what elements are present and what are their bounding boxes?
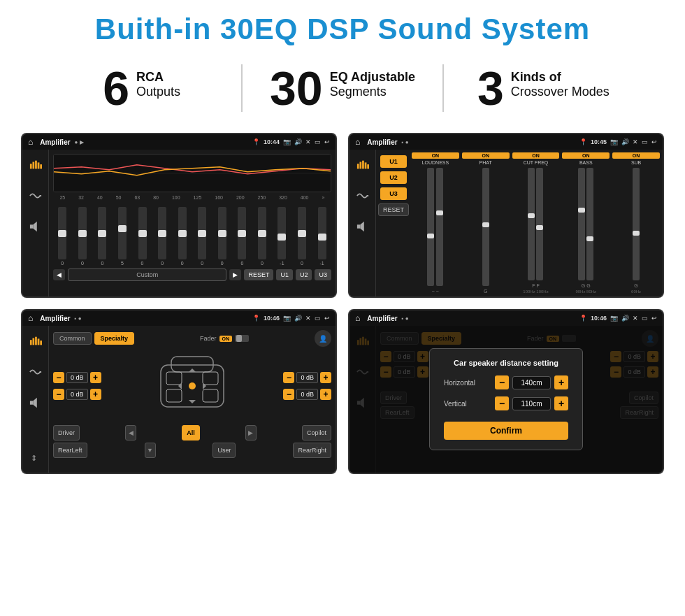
- front-left-db: − 0 dB +: [53, 372, 101, 383]
- eq-side-icons: [22, 150, 49, 296]
- eq-slider-1: 0: [58, 207, 66, 266]
- eq-graph: [53, 154, 331, 192]
- fader-volume-icon: 🔊: [294, 315, 302, 322]
- vertical-row: Vertical − 110cm +: [444, 396, 568, 410]
- svg-rect-26: [166, 372, 182, 385]
- dsp-u3-btn[interactable]: U3: [380, 187, 407, 200]
- eq-slider-4: 5: [118, 207, 127, 266]
- eq-slider-9: 0: [218, 207, 226, 266]
- fader-back-icon[interactable]: ↩: [324, 315, 330, 322]
- dsp-wifi-icon: ✕: [633, 138, 638, 145]
- dialog-back-icon[interactable]: ↩: [651, 315, 657, 322]
- fader-location-icon: 📍: [252, 315, 260, 322]
- screenshots-grid: ⌂ Amplifier ● ▶ 📍 10:44 📷 🔊 ✕ ▭ ↩: [0, 126, 685, 488]
- stat-crossover-label-bottom: Crossover Modes: [511, 85, 610, 99]
- fader-on-badge: ON: [219, 336, 233, 342]
- specialty-tab[interactable]: Specialty: [94, 332, 135, 345]
- dsp-back-icon[interactable]: ↩: [651, 138, 657, 145]
- dsp-reset-btn[interactable]: RESET: [378, 203, 409, 216]
- dsp-battery-icon: ▭: [642, 138, 648, 145]
- eq-time: 10:44: [264, 138, 280, 145]
- front-right-minus[interactable]: −: [283, 372, 294, 383]
- fader-eq-icon[interactable]: [26, 331, 45, 351]
- svg-rect-14: [356, 224, 360, 228]
- svg-rect-17: [32, 338, 34, 345]
- dialog-wifi-icon: ✕: [633, 315, 638, 322]
- fader-wifi-icon: ✕: [305, 315, 311, 322]
- front-right-value: 0 dB: [296, 372, 318, 383]
- dialog-volume-icon: 🔊: [621, 315, 629, 322]
- dsp-main: U1 U2 U3 RESET ON LOUDNESS: [376, 150, 663, 296]
- front-right-plus[interactable]: +: [320, 372, 331, 383]
- eq-icon[interactable]: [26, 155, 45, 175]
- eq-u2-btn[interactable]: U2: [296, 269, 312, 280]
- horizontal-minus[interactable]: −: [495, 375, 509, 389]
- home-icon[interactable]: ⌂: [28, 137, 33, 147]
- dsp-eq-icon[interactable]: [353, 155, 373, 175]
- all-btn[interactable]: All: [182, 425, 200, 440]
- rearleft-btn[interactable]: RearLeft: [53, 443, 87, 458]
- down-arrow-btn[interactable]: ▼: [145, 443, 156, 458]
- fader-home-icon[interactable]: ⌂: [28, 313, 33, 323]
- location-icon: 📍: [252, 138, 260, 145]
- fader-speaker-icon[interactable]: [26, 393, 45, 413]
- svg-rect-29: [203, 389, 218, 402]
- rearright-btn[interactable]: RearRight: [293, 443, 331, 458]
- sub-on-badge: ON: [612, 152, 660, 159]
- svg-rect-3: [37, 162, 39, 169]
- dsp-screen-title: Amplifier: [367, 138, 397, 146]
- wifi-icon: ✕: [305, 138, 311, 145]
- fader-wave-icon[interactable]: [26, 362, 45, 382]
- front-left-plus[interactable]: +: [90, 372, 101, 383]
- left-arrow-btn[interactable]: ◀: [125, 425, 136, 440]
- eq-u1-btn[interactable]: U1: [276, 269, 293, 280]
- vertical-plus[interactable]: +: [554, 396, 568, 410]
- confirm-button[interactable]: Confirm: [444, 422, 568, 440]
- user-btn[interactable]: User: [212, 443, 236, 458]
- eq-next-btn[interactable]: ▶: [229, 269, 241, 280]
- wave-icon[interactable]: [26, 186, 45, 206]
- dsp-home-icon[interactable]: ⌂: [355, 137, 360, 147]
- dsp-u2-btn[interactable]: U2: [380, 171, 407, 184]
- rear-right-plus[interactable]: +: [320, 389, 331, 400]
- svg-rect-4: [40, 164, 42, 169]
- loudness-label: LOUDNESS: [422, 160, 449, 165]
- svg-rect-1: [32, 162, 34, 169]
- back-icon[interactable]: ↩: [324, 138, 330, 145]
- camera-icon: 📷: [283, 138, 291, 145]
- rear-left-plus[interactable]: +: [90, 389, 101, 400]
- stat-rca: 6 RCA Outputs: [42, 64, 243, 112]
- svg-marker-32: [203, 382, 206, 389]
- stat-eq: 30 EQ Adjustable Segments: [243, 64, 443, 112]
- eq-slider-7: 0: [178, 207, 187, 266]
- dsp-wave-icon[interactable]: [353, 186, 373, 206]
- svg-marker-22: [33, 398, 36, 408]
- svg-text:⇕: ⇕: [30, 454, 36, 462]
- eq-slider-3: 0: [98, 207, 106, 266]
- rear-left-db: − 0 dB +: [53, 389, 101, 400]
- right-arrow-btn[interactable]: ▶: [245, 425, 257, 440]
- rear-left-minus[interactable]: −: [53, 389, 64, 400]
- dsp-content: U1 U2 U3 RESET ON LOUDNESS: [349, 150, 663, 296]
- common-tab[interactable]: Common: [53, 332, 92, 345]
- eq-prev-btn[interactable]: ◀: [53, 269, 65, 280]
- svg-rect-21: [29, 401, 33, 404]
- vertical-minus[interactable]: −: [495, 396, 509, 410]
- svg-rect-9: [356, 164, 359, 169]
- horizontal-plus[interactable]: +: [554, 375, 568, 389]
- dsp-speaker-icon[interactable]: [353, 217, 373, 236]
- volume-icon: 🔊: [294, 138, 302, 145]
- dialog-home-icon[interactable]: ⌂: [355, 313, 360, 323]
- eq-reset-btn[interactable]: RESET: [244, 269, 273, 280]
- copilot-btn[interactable]: Copilot: [302, 425, 331, 440]
- horizontal-row: Horizontal − 140cm +: [444, 375, 568, 389]
- fader-arrows-icon[interactable]: ⇕: [26, 447, 45, 467]
- vertical-label: Vertical: [444, 400, 467, 408]
- speaker-icon[interactable]: [26, 217, 45, 236]
- stat-crossover-num: 3: [477, 64, 504, 112]
- rear-right-minus[interactable]: −: [283, 389, 294, 400]
- driver-btn[interactable]: Driver: [53, 425, 80, 440]
- eq-u3-btn[interactable]: U3: [315, 269, 331, 280]
- dsp-u1-btn[interactable]: U1: [380, 155, 407, 168]
- front-left-minus[interactable]: −: [53, 372, 64, 383]
